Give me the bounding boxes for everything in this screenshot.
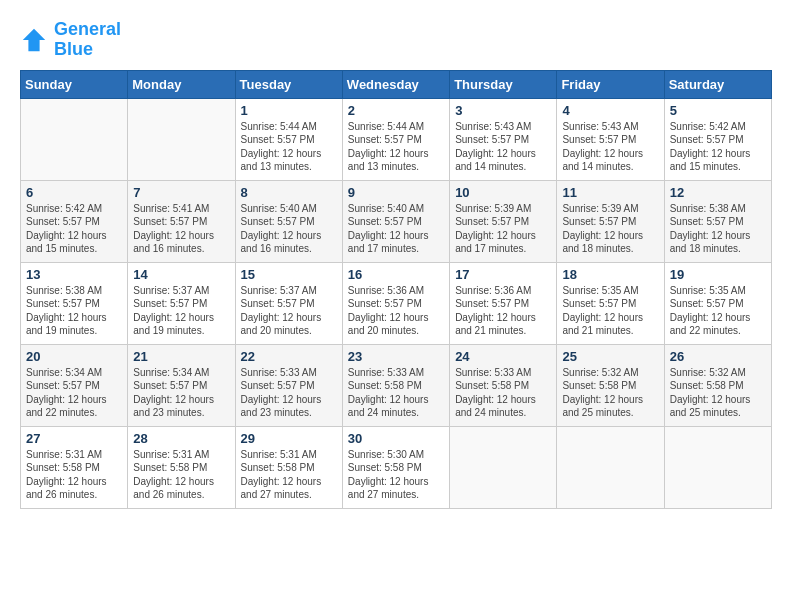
day-number: 2 — [348, 103, 444, 118]
day-number: 20 — [26, 349, 122, 364]
day-info: Sunrise: 5:39 AMSunset: 5:57 PMDaylight:… — [455, 202, 551, 256]
day-number: 26 — [670, 349, 766, 364]
empty-cell — [21, 98, 128, 180]
day-cell-18: 18Sunrise: 5:35 AMSunset: 5:57 PMDayligh… — [557, 262, 664, 344]
day-info: Sunrise: 5:36 AMSunset: 5:57 PMDaylight:… — [455, 284, 551, 338]
day-cell-17: 17Sunrise: 5:36 AMSunset: 5:57 PMDayligh… — [450, 262, 557, 344]
day-cell-20: 20Sunrise: 5:34 AMSunset: 5:57 PMDayligh… — [21, 344, 128, 426]
day-info: Sunrise: 5:35 AMSunset: 5:57 PMDaylight:… — [670, 284, 766, 338]
day-number: 10 — [455, 185, 551, 200]
day-cell-21: 21Sunrise: 5:34 AMSunset: 5:57 PMDayligh… — [128, 344, 235, 426]
day-number: 25 — [562, 349, 658, 364]
day-info: Sunrise: 5:37 AMSunset: 5:57 PMDaylight:… — [133, 284, 229, 338]
week-row-5: 27Sunrise: 5:31 AMSunset: 5:58 PMDayligh… — [21, 426, 772, 508]
day-number: 12 — [670, 185, 766, 200]
day-number: 13 — [26, 267, 122, 282]
weekday-header-friday: Friday — [557, 70, 664, 98]
empty-cell — [664, 426, 771, 508]
weekday-header-monday: Monday — [128, 70, 235, 98]
day-info: Sunrise: 5:32 AMSunset: 5:58 PMDaylight:… — [670, 366, 766, 420]
logo: General Blue — [20, 20, 121, 60]
day-cell-10: 10Sunrise: 5:39 AMSunset: 5:57 PMDayligh… — [450, 180, 557, 262]
week-row-3: 13Sunrise: 5:38 AMSunset: 5:57 PMDayligh… — [21, 262, 772, 344]
week-row-4: 20Sunrise: 5:34 AMSunset: 5:57 PMDayligh… — [21, 344, 772, 426]
day-cell-25: 25Sunrise: 5:32 AMSunset: 5:58 PMDayligh… — [557, 344, 664, 426]
day-info: Sunrise: 5:44 AMSunset: 5:57 PMDaylight:… — [348, 120, 444, 174]
day-number: 6 — [26, 185, 122, 200]
empty-cell — [450, 426, 557, 508]
day-cell-16: 16Sunrise: 5:36 AMSunset: 5:57 PMDayligh… — [342, 262, 449, 344]
day-info: Sunrise: 5:44 AMSunset: 5:57 PMDaylight:… — [241, 120, 337, 174]
weekday-header-thursday: Thursday — [450, 70, 557, 98]
day-number: 28 — [133, 431, 229, 446]
day-number: 21 — [133, 349, 229, 364]
day-number: 30 — [348, 431, 444, 446]
day-cell-2: 2Sunrise: 5:44 AMSunset: 5:57 PMDaylight… — [342, 98, 449, 180]
day-cell-11: 11Sunrise: 5:39 AMSunset: 5:57 PMDayligh… — [557, 180, 664, 262]
weekday-header-row: SundayMondayTuesdayWednesdayThursdayFrid… — [21, 70, 772, 98]
day-cell-8: 8Sunrise: 5:40 AMSunset: 5:57 PMDaylight… — [235, 180, 342, 262]
logo-text: General Blue — [54, 20, 121, 60]
day-cell-13: 13Sunrise: 5:38 AMSunset: 5:57 PMDayligh… — [21, 262, 128, 344]
svg-marker-0 — [23, 29, 45, 51]
day-cell-14: 14Sunrise: 5:37 AMSunset: 5:57 PMDayligh… — [128, 262, 235, 344]
day-info: Sunrise: 5:42 AMSunset: 5:57 PMDaylight:… — [26, 202, 122, 256]
empty-cell — [128, 98, 235, 180]
day-number: 18 — [562, 267, 658, 282]
day-info: Sunrise: 5:34 AMSunset: 5:57 PMDaylight:… — [26, 366, 122, 420]
weekday-header-saturday: Saturday — [664, 70, 771, 98]
day-number: 4 — [562, 103, 658, 118]
day-cell-1: 1Sunrise: 5:44 AMSunset: 5:57 PMDaylight… — [235, 98, 342, 180]
day-info: Sunrise: 5:31 AMSunset: 5:58 PMDaylight:… — [241, 448, 337, 502]
day-info: Sunrise: 5:33 AMSunset: 5:58 PMDaylight:… — [455, 366, 551, 420]
day-info: Sunrise: 5:35 AMSunset: 5:57 PMDaylight:… — [562, 284, 658, 338]
day-number: 8 — [241, 185, 337, 200]
day-cell-30: 30Sunrise: 5:30 AMSunset: 5:58 PMDayligh… — [342, 426, 449, 508]
day-number: 14 — [133, 267, 229, 282]
day-cell-6: 6Sunrise: 5:42 AMSunset: 5:57 PMDaylight… — [21, 180, 128, 262]
day-info: Sunrise: 5:41 AMSunset: 5:57 PMDaylight:… — [133, 202, 229, 256]
day-info: Sunrise: 5:43 AMSunset: 5:57 PMDaylight:… — [562, 120, 658, 174]
day-cell-23: 23Sunrise: 5:33 AMSunset: 5:58 PMDayligh… — [342, 344, 449, 426]
week-row-2: 6Sunrise: 5:42 AMSunset: 5:57 PMDaylight… — [21, 180, 772, 262]
day-cell-9: 9Sunrise: 5:40 AMSunset: 5:57 PMDaylight… — [342, 180, 449, 262]
day-info: Sunrise: 5:37 AMSunset: 5:57 PMDaylight:… — [241, 284, 337, 338]
day-info: Sunrise: 5:33 AMSunset: 5:57 PMDaylight:… — [241, 366, 337, 420]
day-info: Sunrise: 5:42 AMSunset: 5:57 PMDaylight:… — [670, 120, 766, 174]
day-cell-22: 22Sunrise: 5:33 AMSunset: 5:57 PMDayligh… — [235, 344, 342, 426]
day-cell-15: 15Sunrise: 5:37 AMSunset: 5:57 PMDayligh… — [235, 262, 342, 344]
day-number: 22 — [241, 349, 337, 364]
day-number: 17 — [455, 267, 551, 282]
day-info: Sunrise: 5:31 AMSunset: 5:58 PMDaylight:… — [133, 448, 229, 502]
weekday-header-wednesday: Wednesday — [342, 70, 449, 98]
day-number: 11 — [562, 185, 658, 200]
day-info: Sunrise: 5:31 AMSunset: 5:58 PMDaylight:… — [26, 448, 122, 502]
empty-cell — [557, 426, 664, 508]
day-cell-7: 7Sunrise: 5:41 AMSunset: 5:57 PMDaylight… — [128, 180, 235, 262]
day-cell-12: 12Sunrise: 5:38 AMSunset: 5:57 PMDayligh… — [664, 180, 771, 262]
day-number: 9 — [348, 185, 444, 200]
header: General Blue — [20, 20, 772, 60]
day-cell-27: 27Sunrise: 5:31 AMSunset: 5:58 PMDayligh… — [21, 426, 128, 508]
day-number: 19 — [670, 267, 766, 282]
day-number: 1 — [241, 103, 337, 118]
day-cell-5: 5Sunrise: 5:42 AMSunset: 5:57 PMDaylight… — [664, 98, 771, 180]
day-cell-26: 26Sunrise: 5:32 AMSunset: 5:58 PMDayligh… — [664, 344, 771, 426]
day-info: Sunrise: 5:30 AMSunset: 5:58 PMDaylight:… — [348, 448, 444, 502]
day-number: 3 — [455, 103, 551, 118]
day-info: Sunrise: 5:33 AMSunset: 5:58 PMDaylight:… — [348, 366, 444, 420]
day-info: Sunrise: 5:32 AMSunset: 5:58 PMDaylight:… — [562, 366, 658, 420]
day-number: 16 — [348, 267, 444, 282]
logo-icon — [20, 26, 48, 54]
day-number: 23 — [348, 349, 444, 364]
calendar: SundayMondayTuesdayWednesdayThursdayFrid… — [20, 70, 772, 509]
day-info: Sunrise: 5:43 AMSunset: 5:57 PMDaylight:… — [455, 120, 551, 174]
day-number: 15 — [241, 267, 337, 282]
day-cell-3: 3Sunrise: 5:43 AMSunset: 5:57 PMDaylight… — [450, 98, 557, 180]
day-info: Sunrise: 5:38 AMSunset: 5:57 PMDaylight:… — [26, 284, 122, 338]
day-number: 24 — [455, 349, 551, 364]
day-number: 5 — [670, 103, 766, 118]
day-cell-24: 24Sunrise: 5:33 AMSunset: 5:58 PMDayligh… — [450, 344, 557, 426]
weekday-header-tuesday: Tuesday — [235, 70, 342, 98]
day-cell-29: 29Sunrise: 5:31 AMSunset: 5:58 PMDayligh… — [235, 426, 342, 508]
